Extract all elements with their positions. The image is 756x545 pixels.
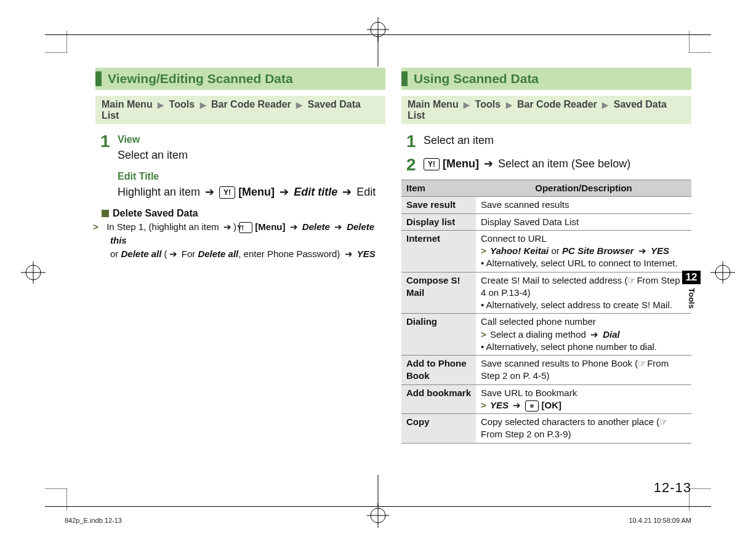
step-text: Select an item (118, 148, 385, 163)
step-number: 1 (100, 133, 118, 150)
step-number: 2 (406, 156, 424, 173)
softkey-y-icon: Y! (239, 222, 252, 233)
page-number: 12-13 (654, 480, 691, 496)
arrow-right-icon: ➔ (590, 329, 598, 340)
reg-mark-right (710, 258, 735, 287)
table-header: Item (401, 180, 476, 197)
chevron-right-icon: ▶ (158, 100, 164, 109)
chapter-number: 12 (682, 271, 701, 284)
breadcrumb-right: Main Menu ▶ Tools ▶ Bar Code Reader ▶ Sa… (401, 96, 691, 124)
delete-saved-data: Delete Saved Data > In Step 1, (highligh… (102, 206, 385, 260)
table-row: Copy Copy selected characters to another… (401, 414, 691, 444)
arrow-right-icon: ➔ (223, 221, 231, 232)
reg-mark-bottom (364, 503, 392, 528)
operations-table: Item Operation/Description Save result S… (401, 180, 691, 444)
arrow-right-icon: ➔ (279, 186, 289, 198)
arrow-right-icon: ➔ (638, 245, 646, 256)
section-heading-left: Viewing/Editing Scanned Data (95, 68, 385, 90)
chevron-right-icon: ▶ (506, 100, 512, 109)
svg-point-6 (26, 265, 41, 280)
print-footer: 842p_E.indb 12-13 10.4.21 10:58:09 AM (65, 517, 691, 524)
table-row: Display list Display Saved Data List (401, 213, 691, 230)
crumb: Main Menu (408, 99, 459, 109)
side-tab: 12 Tools (682, 271, 701, 309)
chevron-right-icon: > (481, 245, 486, 256)
table-row: Compose S! Mail Create S! Mail to select… (401, 272, 691, 314)
table-row: Dialing Call selected phone number > Sel… (401, 314, 691, 356)
step-subtitle: View (118, 133, 385, 146)
table-row: Internet Connect to URL > Yahoo! Keitai … (401, 230, 691, 272)
section-title-text: Viewing/Editing Scanned Data (108, 71, 293, 86)
crumb: Tools (169, 99, 195, 109)
section-heading-right: Using Scanned Data (401, 68, 691, 90)
arrow-right-icon: ➔ (290, 221, 298, 232)
table-row: Add to Phone Book Save scanned results t… (401, 356, 691, 385)
pointer-icon: ☞ (627, 275, 635, 285)
step-text: Select an item (424, 133, 691, 148)
edit-line: Highlight an item ➔ Y! [Menu] ➔ Edit tit… (118, 185, 385, 200)
corner-bl-icon (45, 488, 67, 511)
step-text: Y! [Menu] ➔ Select an item (See below) (424, 156, 691, 172)
arrow-right-icon: ➔ (513, 400, 521, 410)
pointer-icon: ☞ (659, 416, 667, 427)
table-row: Save result Save scanned results (401, 197, 691, 213)
edit-subtitle: Edit Title (118, 170, 385, 183)
svg-point-9 (715, 265, 730, 280)
arrow-right-icon: ➔ (169, 249, 177, 259)
arrow-right-icon: ➔ (205, 186, 214, 198)
chevron-right-icon: ▶ (200, 100, 206, 109)
reg-mark-left (21, 258, 46, 287)
chevron-right-icon: > (481, 400, 486, 410)
chapter-label: Tools (687, 288, 696, 309)
table-row: Add bookmark Save URL to Bookmark > YES … (401, 384, 691, 414)
chevron-right-icon: ▶ (602, 100, 608, 109)
crumb: Bar Code Reader (211, 99, 291, 109)
corner-br-icon (689, 488, 711, 511)
step-number: 1 (406, 133, 424, 150)
softkey-y-icon: Y! (219, 186, 235, 199)
crumb: Tools (475, 99, 501, 109)
breadcrumb-left: Main Menu ▶ Tools ▶ Bar Code Reader ▶ Sa… (95, 96, 385, 124)
footer-timestamp: 10.4.21 10:58:09 AM (629, 517, 691, 524)
center-key-icon (525, 400, 539, 412)
chevron-right-icon: ▶ (464, 100, 470, 109)
softkey-y-icon: Y! (424, 158, 440, 170)
table-header: Operation/Description (476, 180, 691, 197)
pointer-icon: ☞ (638, 358, 646, 368)
chevron-right-icon: > (481, 329, 486, 340)
crumb: Main Menu (102, 99, 153, 109)
reg-vline-top (378, 34, 379, 66)
chevron-right-icon: ▶ (296, 100, 302, 109)
reg-vline-bottom (378, 475, 379, 507)
arrow-right-icon: ➔ (342, 186, 352, 198)
arrow-right-icon: ➔ (484, 157, 493, 170)
square-bullet-icon (102, 210, 109, 217)
crumb: Bar Code Reader (517, 99, 597, 109)
arrow-right-icon: ➔ (334, 221, 342, 232)
footer-file: 842p_E.indb 12-13 (65, 517, 122, 524)
section-title-text: Using Scanned Data (414, 71, 539, 86)
arrow-right-icon: ➔ (345, 249, 353, 259)
